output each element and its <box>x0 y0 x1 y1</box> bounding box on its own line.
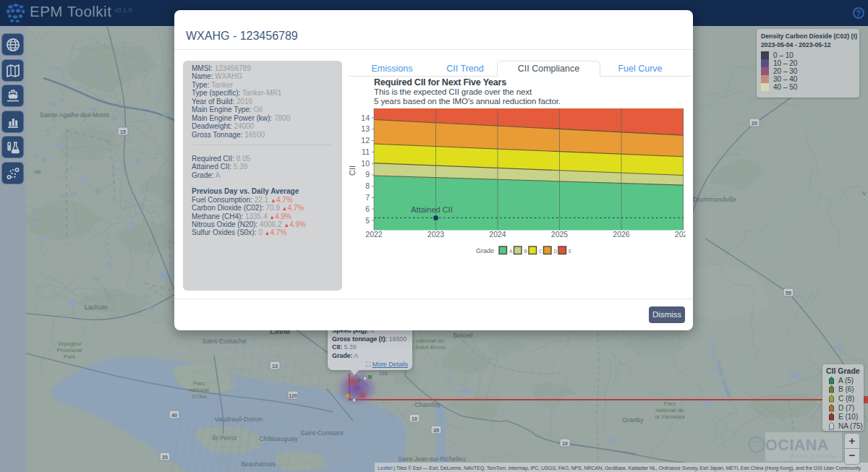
svg-text:7: 7 <box>365 193 370 202</box>
svg-text:Châteauguay: Châteauguay <box>259 435 298 442</box>
svg-text:C: C <box>539 249 542 254</box>
svg-text:Voyageur: Voyageur <box>57 340 82 347</box>
svg-text:6: 6 <box>365 205 370 213</box>
svg-text:13: 13 <box>361 124 370 133</box>
svg-text:5: 5 <box>365 216 370 225</box>
svg-text:2024: 2024 <box>489 230 506 239</box>
svg-text:ds: ds <box>35 168 41 175</box>
svg-text:11: 11 <box>362 147 370 156</box>
svg-text:120: 120 <box>289 393 297 398</box>
svg-text:Parc: Parc <box>664 400 676 407</box>
svg-text:10: 10 <box>562 441 568 446</box>
svg-text:E: E <box>569 249 572 254</box>
svg-text:B: B <box>524 249 527 254</box>
svg-text:Granby: Granby <box>622 416 644 424</box>
svg-text:2022: 2022 <box>365 230 383 239</box>
svg-text:15: 15 <box>120 129 126 134</box>
svg-text:2026: 2026 <box>613 230 630 239</box>
svg-text:CII: CII <box>348 166 357 176</box>
svg-text:Parc: Parc <box>193 380 205 387</box>
svg-text:10: 10 <box>361 159 370 168</box>
svg-text:Lachute: Lachute <box>85 304 108 311</box>
svg-text:2025: 2025 <box>551 230 569 239</box>
svg-text:D: D <box>554 249 558 254</box>
svg-text:Sainte-Agathe-des-Monts: Sainte-Agathe-des-Monts <box>40 111 109 119</box>
svg-text:OCIANA: OCIANA <box>765 437 829 454</box>
svg-text:9: 9 <box>365 170 370 179</box>
svg-text:Beloeil: Beloeil <box>453 332 472 339</box>
svg-text:la Yamaska: la Yamaska <box>655 413 685 420</box>
svg-text:Provincial: Provincial <box>57 347 82 353</box>
svg-text:8: 8 <box>365 181 370 190</box>
svg-text:2023: 2023 <box>427 230 445 239</box>
svg-text:Grade: Grade <box>476 247 494 254</box>
svg-text:Park: Park <box>64 353 76 360</box>
svg-text:10: 10 <box>412 416 417 421</box>
svg-text:Chambly: Chambly <box>414 401 441 408</box>
svg-text:d'Oka: d'Oka <box>192 393 207 400</box>
svg-text:116: 116 <box>379 370 388 377</box>
svg-text:Saint-Constant: Saint-Constant <box>300 429 344 437</box>
svg-text:Beauharnois: Beauharnois <box>241 460 276 468</box>
svg-text:Vaudreuil-Dorion: Vaudreuil-Dorion <box>215 416 263 423</box>
svg-text:14: 14 <box>361 113 370 122</box>
svg-text:Saint-Jean-sur-Richelieu: Saint-Jean-sur-Richelieu <box>398 455 465 463</box>
svg-text:Drummondville: Drummondville <box>693 196 736 203</box>
svg-text:12: 12 <box>361 136 370 145</box>
svg-text:A: A <box>509 249 513 254</box>
svg-text:55: 55 <box>786 291 791 296</box>
svg-text:national: national <box>189 387 209 393</box>
svg-text:Île Perrot: Île Perrot <box>212 434 237 442</box>
svg-text:Attained CII: Attained CII <box>411 205 452 214</box>
svg-text:35: 35 <box>433 428 439 433</box>
svg-text:20: 20 <box>752 121 757 126</box>
svg-text:13: 13 <box>272 364 278 369</box>
svg-text:MARE OPTIMA: MARE OPTIMA <box>790 454 837 459</box>
svg-text:20: 20 <box>162 455 168 460</box>
svg-text:V: V <box>862 190 867 197</box>
svg-text:national de: national de <box>655 407 684 413</box>
svg-text:40: 40 <box>171 413 177 418</box>
svg-text:Saint-Eustache: Saint-Eustache <box>202 338 246 345</box>
